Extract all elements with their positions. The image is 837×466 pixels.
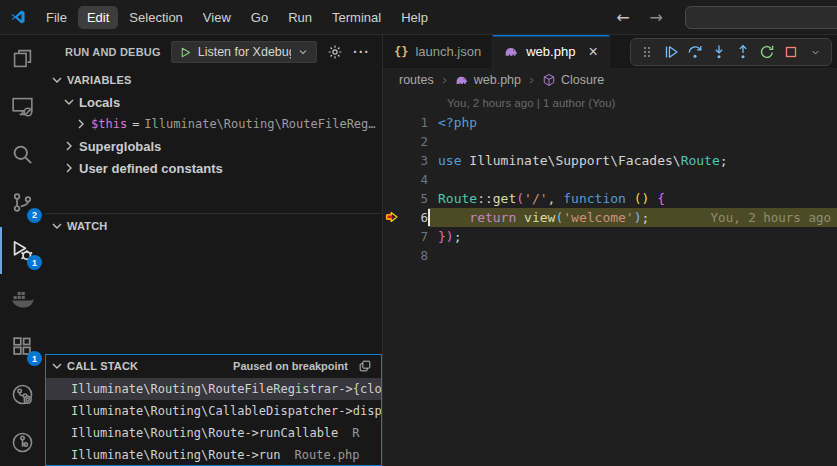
- code-line[interactable]: 3use Illuminate\Support\Facades\Route;: [383, 151, 837, 170]
- sidebar-gap: [45, 179, 382, 213]
- code-line[interactable]: 7});: [383, 227, 837, 246]
- back-button[interactable]: ←: [606, 8, 639, 27]
- line-number: 2: [401, 132, 428, 151]
- call-stack-frame[interactable]: Illuminate\Routing\Route->runRoute.php: [45, 444, 382, 466]
- user-defined-constants-label: User defined constants: [79, 161, 223, 176]
- command-center-search-box[interactable]: [685, 6, 837, 29]
- activity-badge: 1: [27, 351, 42, 366]
- call-stack-header[interactable]: CALL STACK Paused on breakpoint: [45, 354, 382, 378]
- activity-source-control[interactable]: 2: [0, 179, 45, 227]
- code-text[interactable]: use Illuminate\Support\Facades\Route;: [428, 151, 837, 170]
- code-text[interactable]: <?php: [428, 113, 837, 132]
- activity-docker[interactable]: [0, 274, 45, 322]
- debug-step-into-button[interactable]: [708, 41, 730, 63]
- variable-this-row[interactable]: $this = Illuminate\Routing\RouteFileRegi…: [45, 113, 382, 135]
- run-and-debug-sidebar: RUN AND DEBUG Listen for Xdebug ··· VARI…: [45, 35, 383, 466]
- activity-git-graph[interactable]: [0, 370, 45, 418]
- menu-go[interactable]: Go: [242, 6, 277, 29]
- code-line[interactable]: 4: [383, 170, 837, 189]
- breadcrumb-item-routes[interactable]: routes: [399, 73, 434, 87]
- code-text[interactable]: });: [428, 227, 837, 246]
- tab-web-php[interactable]: web.php×: [493, 35, 610, 69]
- menu-file[interactable]: File: [37, 6, 76, 29]
- line-number: 8: [401, 246, 428, 265]
- chevron-down-icon: [49, 218, 65, 234]
- title-bar: FileEditSelectionViewGoRunTerminalHelp ←…: [0, 0, 837, 35]
- gutter[interactable]: [383, 151, 401, 170]
- activity-run-and-debug[interactable]: 1: [0, 227, 45, 275]
- gutter[interactable]: [383, 132, 401, 151]
- scope-locals[interactable]: Locals: [45, 91, 382, 113]
- code-text[interactable]: [428, 132, 837, 151]
- breakpoint-gutter[interactable]: [383, 208, 401, 227]
- call-stack-frame[interactable]: Illuminate\Routing\RouteFileRegistrar->{…: [45, 378, 382, 400]
- gitlens-inline-blame: You, 2 hours ago: [711, 208, 837, 227]
- debug-toolbar-more-button[interactable]: [804, 41, 826, 63]
- debug-toolbar: [630, 38, 832, 66]
- debug-restart-button[interactable]: [756, 41, 778, 63]
- scope-user-defined-constants[interactable]: User defined constants: [45, 157, 382, 179]
- code-line[interactable]: 6 return view('welcome');You, 2 hours ag…: [383, 208, 837, 227]
- debug-continue-button[interactable]: [660, 41, 682, 63]
- debug-step-out-button[interactable]: [732, 41, 754, 63]
- sidebar-header: RUN AND DEBUG Listen for Xdebug ···: [45, 35, 382, 69]
- code-line[interactable]: 8: [383, 246, 837, 265]
- forward-button[interactable]: →: [640, 8, 673, 27]
- menu-terminal[interactable]: Terminal: [323, 6, 390, 29]
- gutter[interactable]: [383, 189, 401, 208]
- debug-stop-button[interactable]: [780, 41, 802, 63]
- activity-bar: 211: [0, 35, 45, 466]
- code-text[interactable]: Route::get('/', function () {: [428, 189, 837, 208]
- close-tab-icon[interactable]: ×: [588, 44, 597, 60]
- code-lines: 1<?php23use Illuminate\Support\Facades\R…: [383, 113, 837, 265]
- variables-section-header[interactable]: VARIABLES: [45, 69, 382, 91]
- text-cursor: [428, 209, 430, 226]
- call-stack-frames: Illuminate\Routing\RouteFileRegistrar->{…: [45, 378, 382, 466]
- call-stack-frame[interactable]: Illuminate\Routing\Route->runCallableR: [45, 422, 382, 444]
- gutter[interactable]: [383, 246, 401, 265]
- code-line[interactable]: 5Route::get('/', function () {: [383, 189, 837, 208]
- launch-config-picker[interactable]: Listen for Xdebug: [171, 41, 317, 63]
- php-icon: [504, 44, 519, 59]
- code-line[interactable]: 2: [383, 132, 837, 151]
- start-debugging-icon[interactable]: [179, 46, 192, 59]
- code-line[interactable]: 1<?php: [383, 113, 837, 132]
- debug-step-over-button[interactable]: [684, 41, 706, 63]
- gutter[interactable]: [383, 170, 401, 189]
- menu-selection[interactable]: Selection: [120, 6, 191, 29]
- gear-icon[interactable]: [327, 44, 343, 60]
- more-actions-icon[interactable]: ···: [353, 44, 370, 60]
- code-tokens: return view('welcome');: [438, 208, 649, 227]
- activity-gitlens[interactable]: [0, 418, 45, 466]
- breadcrumb-item-Closure[interactable]: Closure: [561, 73, 604, 87]
- code-text[interactable]: [428, 170, 837, 189]
- chevron-right-icon: [526, 75, 537, 86]
- scope-superglobals[interactable]: Superglobals: [45, 135, 382, 157]
- call-stack-frame[interactable]: Illuminate\Routing\CallableDispatcher->d…: [45, 400, 382, 422]
- tab-launch-json[interactable]: {}launch.json: [383, 35, 493, 68]
- activity-extensions[interactable]: 1: [0, 322, 45, 370]
- menu-help[interactable]: Help: [392, 6, 437, 29]
- gutter[interactable]: [383, 113, 401, 132]
- editor-group: {}launch.jsonweb.php× routesweb.phpClosu…: [383, 35, 837, 466]
- activity-explorer[interactable]: [0, 35, 45, 83]
- menu-run[interactable]: Run: [279, 6, 321, 29]
- variable-equals: =: [132, 117, 139, 131]
- code-tokens: });: [438, 227, 461, 246]
- watch-section-header[interactable]: WATCH: [45, 214, 382, 237]
- gutter[interactable]: [383, 227, 401, 246]
- code-editor[interactable]: You, 2 hours ago | 1 author (You) 1<?php…: [383, 91, 837, 466]
- search-icon: [11, 143, 34, 166]
- code-text[interactable]: return view('welcome');You, 2 hours ago: [428, 208, 837, 227]
- debug-toolbar-gripper[interactable]: [636, 41, 658, 63]
- chevron-right-icon: [73, 116, 89, 132]
- variable-name: $this: [91, 117, 127, 131]
- breadcrumb-item-web-php[interactable]: web.php: [474, 73, 521, 87]
- code-text[interactable]: [428, 246, 837, 265]
- menu-view[interactable]: View: [194, 6, 240, 29]
- menu-edit[interactable]: Edit: [78, 6, 118, 29]
- chevron-down-icon[interactable]: [297, 46, 309, 58]
- activity-search[interactable]: [0, 131, 45, 179]
- copy-call-stack-icon[interactable]: [358, 359, 372, 373]
- activity-remote-explorer[interactable]: [0, 83, 45, 131]
